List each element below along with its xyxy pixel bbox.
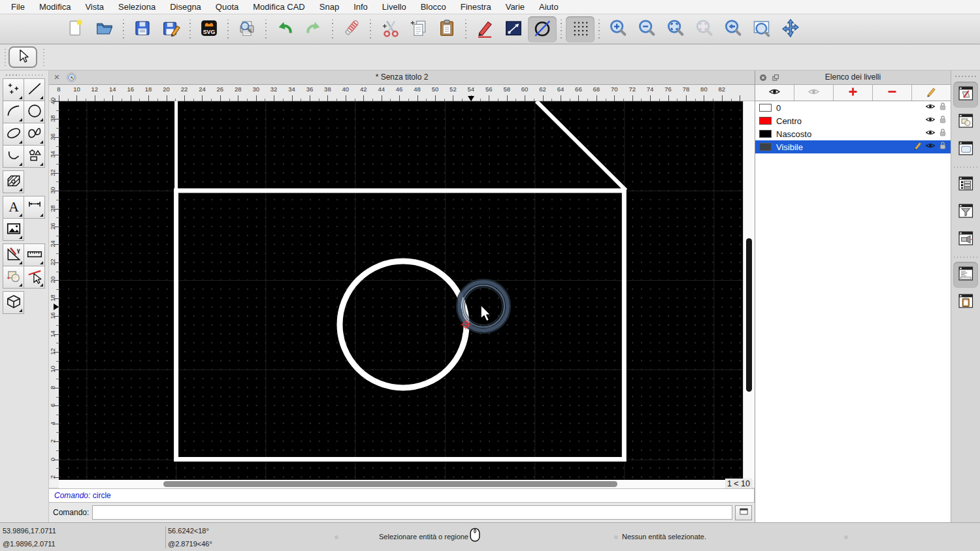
redo-button[interactable] xyxy=(299,16,328,42)
new-file-button[interactable] xyxy=(61,16,90,42)
layer-color-swatch[interactable] xyxy=(759,143,772,151)
zoom-selection-button[interactable] xyxy=(690,16,719,42)
copy-button[interactable] xyxy=(404,16,433,42)
panel-property-editor-icon xyxy=(956,174,975,195)
eye-icon[interactable] xyxy=(925,140,936,153)
layer-color-swatch[interactable] xyxy=(759,130,772,138)
panel-block-list-button[interactable] xyxy=(953,109,978,135)
pencil-icon[interactable] xyxy=(913,140,923,153)
tool-ellipse-button[interactable] xyxy=(3,123,24,146)
lock-icon[interactable] xyxy=(938,127,948,140)
line-tool-button[interactable] xyxy=(499,16,528,42)
layer-color-swatch[interactable] xyxy=(759,117,772,125)
tool-circle-button[interactable] xyxy=(24,101,45,123)
layer-row-nascosto[interactable]: Nascosto xyxy=(755,127,951,140)
layer-row-visibile[interactable]: Visibile xyxy=(755,140,951,153)
tool-arc-button[interactable] xyxy=(3,101,24,123)
draw-pencil-button[interactable] xyxy=(470,16,499,42)
zoom-out-button[interactable] xyxy=(632,16,661,42)
tool-polyline-button[interactable] xyxy=(3,145,24,168)
tool-shapes-button[interactable] xyxy=(24,145,45,168)
panel-view-list-button[interactable] xyxy=(953,136,978,163)
grid-toggle-button[interactable] xyxy=(566,16,595,42)
layer-panel-minus-red-button[interactable] xyxy=(873,85,912,101)
tool-dimension-button[interactable] xyxy=(24,196,45,219)
layer-row-0[interactable]: 0 xyxy=(755,101,951,114)
layer-color-swatch[interactable] xyxy=(759,104,772,112)
toolbar-drag-handle[interactable] xyxy=(5,49,6,66)
lock-icon[interactable] xyxy=(938,140,948,153)
vruler-label: 30 xyxy=(49,184,56,197)
selection-tool-button[interactable] xyxy=(8,46,37,68)
dock-drag-handle[interactable] xyxy=(955,76,976,77)
zoom-pan-button[interactable] xyxy=(776,16,805,42)
panel-clipboard-icon xyxy=(956,292,975,313)
command-panel-toggle-button[interactable] xyxy=(735,505,752,520)
menu-item-vista[interactable]: Vista xyxy=(78,0,111,14)
menu-item-disegna[interactable]: Disegna xyxy=(163,0,208,14)
eye-icon[interactable] xyxy=(925,114,936,127)
tool-text-button[interactable]: A xyxy=(3,196,24,219)
print-preview-button[interactable] xyxy=(233,16,261,42)
vertical-scrollbar-thumb[interactable] xyxy=(746,238,752,392)
lock-icon[interactable] xyxy=(938,101,948,114)
menu-item-file[interactable]: File xyxy=(4,0,32,14)
palette-drag-handle[interactable] xyxy=(6,74,42,76)
panel-layer-list-button[interactable] xyxy=(953,82,978,108)
zoom-previous-button[interactable] xyxy=(719,16,747,42)
tool-solid-3d-button[interactable] xyxy=(3,291,24,314)
zoom-window-button[interactable] xyxy=(747,16,776,42)
menu-item-info[interactable]: Info xyxy=(346,0,375,14)
eye-icon[interactable] xyxy=(925,127,936,140)
panel-clipboard-button[interactable] xyxy=(953,289,978,315)
save-button[interactable] xyxy=(128,16,157,42)
toolbar-drag-handle[interactable] xyxy=(43,49,44,66)
eraser-button[interactable] xyxy=(337,16,366,42)
panel-command-line-button[interactable] xyxy=(953,262,978,288)
zoom-auto-button[interactable] xyxy=(661,16,690,42)
layer-panel-eye-button[interactable] xyxy=(755,85,794,101)
layer-panel-pencil-button[interactable] xyxy=(912,85,951,101)
save-as-button[interactable] xyxy=(157,16,186,42)
tool-block-button[interactable] xyxy=(3,266,24,289)
eye-icon[interactable] xyxy=(925,101,936,114)
panel-selection-filter-button[interactable] xyxy=(953,199,978,225)
menu-item-quota[interactable]: Quota xyxy=(208,0,246,14)
menu-item-aiuto[interactable]: Aiuto xyxy=(532,0,566,14)
menu-item-finestra[interactable]: Finestra xyxy=(453,0,498,14)
circle-tool-button[interactable] xyxy=(528,16,557,42)
tool-modify-select-button[interactable] xyxy=(24,266,45,289)
tool-spline-button[interactable] xyxy=(24,123,45,146)
horizontal-scrollbar-thumb[interactable] xyxy=(163,481,617,487)
tool-line-button[interactable] xyxy=(24,78,45,101)
vertical-scrollbar[interactable] xyxy=(743,101,755,488)
tool-image-button[interactable] xyxy=(3,218,24,241)
lock-icon[interactable] xyxy=(938,114,948,127)
zoom-in-button[interactable] xyxy=(604,16,632,42)
command-input[interactable] xyxy=(92,505,732,520)
layer-panel-eye-faded-button[interactable] xyxy=(794,85,834,101)
open-folder-button[interactable] xyxy=(90,16,119,42)
tool-measure-button[interactable] xyxy=(24,244,45,266)
menu-item-blocco[interactable]: Blocco xyxy=(414,0,453,14)
menu-item-varie[interactable]: Varie xyxy=(498,0,532,14)
layer-row-centro[interactable]: Centro xyxy=(755,114,951,127)
menu-item-snap[interactable]: Snap xyxy=(312,0,346,14)
tool-modify-button[interactable] xyxy=(3,244,24,266)
tool-hatch-button[interactable] xyxy=(3,170,24,193)
menu-item-modifica-cad[interactable]: Modifica CAD xyxy=(246,0,312,14)
undo-button[interactable] xyxy=(270,16,299,42)
window-button-icon xyxy=(738,507,749,519)
paste-button[interactable] xyxy=(433,16,461,42)
menu-item-seleziona[interactable]: Seleziona xyxy=(111,0,163,14)
menu-item-livello[interactable]: Livello xyxy=(375,0,414,14)
panel-property-editor-button[interactable] xyxy=(953,172,978,198)
drawing-canvas[interactable] xyxy=(59,101,743,480)
menu-item-modifica[interactable]: Modifica xyxy=(32,0,78,14)
horizontal-scrollbar[interactable]: 1 < 10 xyxy=(49,480,755,488)
panel-library-browser-button[interactable] xyxy=(953,227,978,253)
layer-panel-plus-red-button[interactable] xyxy=(834,85,873,101)
tool-points-button[interactable] xyxy=(3,78,24,101)
cut-button[interactable] xyxy=(375,16,404,42)
svg-export-button[interactable]: SVG xyxy=(195,16,223,42)
